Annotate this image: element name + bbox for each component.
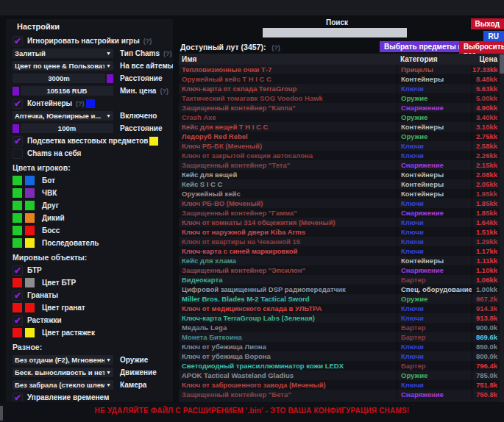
loot-row[interactable]: Crash AxeОружие3.40kk bbox=[179, 112, 500, 122]
color-swatch-primary[interactable] bbox=[13, 213, 22, 223]
loot-row[interactable]: Защищенный контейнер "Каппа"Снаряжение4.… bbox=[179, 103, 500, 112]
loot-item-price: 2.26kk bbox=[472, 151, 500, 160]
color-swatch[interactable] bbox=[107, 74, 113, 83]
loot-row[interactable]: Ледоруб Red RebelОружие2.75kk bbox=[179, 132, 500, 141]
dropdown[interactable]: Аптечка, Ювелирные и...▼ bbox=[13, 111, 113, 121]
dropdown[interactable]: Беск. выносливость и нет уста▼ bbox=[13, 368, 113, 377]
loot-item-price: 2.08kk bbox=[472, 170, 500, 179]
loot-item-price: 1.11kk bbox=[472, 256, 500, 265]
color-swatch-secondary[interactable] bbox=[25, 226, 35, 235]
checkbox[interactable]: ✔ bbox=[13, 315, 23, 326]
loot-row[interactable]: Ключ от убежища ЛионаКлючи850.0k bbox=[179, 342, 500, 351]
checkbox-label: Игнорировать настройки игры bbox=[27, 37, 140, 45]
color-swatch-primary[interactable] bbox=[13, 188, 22, 198]
color-row-label: Цвет растяжек bbox=[42, 329, 95, 337]
color-swatch-primary[interactable] bbox=[13, 226, 22, 235]
loot-item-category: Контейнеры bbox=[397, 256, 472, 265]
loot-item-name: Монета Биткоина bbox=[179, 333, 397, 341]
loot-row[interactable]: Защищенный контейнер "Тета"Снаряжение2.1… bbox=[179, 160, 500, 170]
checkbox[interactable]: ✔ bbox=[13, 265, 23, 276]
color-swatch-primary[interactable] bbox=[13, 278, 22, 287]
loot-row[interactable]: Кейс для вещей T H I C CКонтейнеры3.10kk bbox=[179, 122, 500, 132]
value-input[interactable]: 105156 RUB bbox=[21, 86, 113, 96]
window-titlebar bbox=[0, 0, 504, 15]
loot-row[interactable]: Ключ от комнаты 314 общежития (Меченый)К… bbox=[179, 218, 500, 227]
checkbox[interactable]: ✔ bbox=[13, 99, 23, 109]
checkbox-label: Управление временем bbox=[27, 393, 109, 401]
loot-row[interactable]: Медаль LegaБартер900.0k bbox=[179, 323, 500, 332]
loot-row[interactable]: Светодиодный трансиллюминатор кожи LEDXБ… bbox=[179, 361, 500, 371]
checkbox[interactable]: ✔ bbox=[13, 136, 23, 146]
loot-row[interactable]: Ключ-карта с синей маркировкойКлючи1.17k… bbox=[179, 246, 500, 256]
dropdown[interactable]: Без забрала (стекло шлема)▼ bbox=[13, 380, 113, 390]
loot-row[interactable]: Защищенный контейнер "Бета"Снаряжение750… bbox=[179, 390, 500, 399]
loot-row[interactable]: Тепловизионные очки Т-7Прицелы17.33kk bbox=[179, 65, 500, 74]
loot-row[interactable]: Кейс для вещейКонтейнеры2.08kk bbox=[179, 170, 500, 179]
color-swatch-secondary[interactable] bbox=[25, 278, 35, 287]
exit-button[interactable]: Выход bbox=[471, 18, 504, 29]
column-category: Категория bbox=[397, 54, 472, 65]
color-swatch-secondary[interactable] bbox=[25, 328, 35, 337]
color-swatch-secondary[interactable] bbox=[25, 176, 35, 185]
color-swatch-secondary[interactable] bbox=[25, 188, 35, 198]
color-swatch-primary[interactable] bbox=[13, 328, 22, 337]
color-swatch-secondary[interactable] bbox=[25, 213, 35, 223]
settings-row: Залитый▼Тип Chams(?) bbox=[7, 47, 168, 60]
loot-item-category: Ключи bbox=[397, 151, 472, 160]
loot-row[interactable]: Кейс S I C CКонтейнеры2.05kk bbox=[179, 179, 500, 189]
loot-row[interactable]: Ключ от убежища ВоронаКлючи800.0k bbox=[179, 351, 500, 361]
value-input[interactable]: 100m bbox=[21, 124, 113, 133]
loot-item-category: Бартер bbox=[397, 332, 472, 342]
color-swatch-secondary[interactable] bbox=[25, 238, 35, 248]
loot-row[interactable]: Тактический томагавк SOG Voodoo HawkОруж… bbox=[179, 93, 500, 103]
loot-item-name: Защищенный контейнер "Эпсилон" bbox=[179, 266, 397, 274]
loot-row[interactable]: APOK Tactical Wasteland GladiusОружие785… bbox=[179, 371, 500, 380]
color-swatch-primary[interactable] bbox=[13, 201, 22, 210]
color-swatch-primary[interactable] bbox=[13, 176, 22, 185]
table-scrollbar[interactable] bbox=[500, 54, 504, 402]
dropdown[interactable]: Без отдачи (F2), Мгновенное п▼ bbox=[13, 355, 113, 365]
loot-row[interactable]: Ключ РБ-ВО (Меченый)Ключи1.85kk bbox=[179, 199, 500, 208]
loot-row[interactable]: Оружейный кейс T H I C CКонтейнеры8.48kk bbox=[179, 74, 500, 84]
loot-row[interactable]: Ключ-карта TerraGroup Labs (Зеленая)Ключ… bbox=[179, 313, 500, 323]
color-swatch-secondary[interactable] bbox=[25, 201, 35, 210]
loot-row[interactable]: Miller Bros. Blades M-2 Tactical SwordОр… bbox=[179, 294, 500, 304]
checkbox[interactable]: ✔ bbox=[13, 393, 23, 403]
loot-row[interactable]: Оружейный кейсКонтейнеры1.95kk bbox=[179, 189, 500, 199]
loot-row[interactable]: Ключ от наружной двери Kiba ArmsКлючи1.5… bbox=[179, 227, 500, 237]
search-input[interactable] bbox=[263, 28, 407, 37]
color-swatch-primary[interactable] bbox=[13, 238, 22, 248]
loot-row[interactable]: Ключ-карта от склада TerraGroupКлючи5.63… bbox=[179, 84, 500, 93]
loot-row[interactable]: Ключ РБ-БК (Меченый)Ключи2.58kk bbox=[179, 141, 500, 151]
table-scrollbar-thumb[interactable] bbox=[500, 54, 504, 74]
loot-row[interactable]: Ключ от закрытой секции автосалонаКлючи2… bbox=[179, 151, 500, 160]
loot-row[interactable]: Защищенный контейнер "Эпсилон"Снаряжение… bbox=[179, 265, 500, 275]
dropdown[interactable]: Залитый▼ bbox=[13, 49, 113, 58]
settings-title: Настройки bbox=[17, 22, 173, 31]
loot-row[interactable]: Цифровой защищенный DSP радиопередатчикС… bbox=[179, 285, 500, 294]
color-swatch[interactable] bbox=[13, 124, 19, 133]
color-swatch[interactable] bbox=[13, 87, 19, 96]
dropdown[interactable]: Цвет по цене & Пользователь▼ bbox=[13, 61, 113, 71]
color-swatch[interactable] bbox=[86, 99, 95, 108]
loot-table: Имя Категория Цена Тепловизионные очки Т… bbox=[179, 54, 500, 402]
loot-item-category: Ключи bbox=[397, 237, 472, 246]
language-button[interactable]: RU bbox=[483, 31, 504, 42]
value-input[interactable]: 3000m bbox=[13, 74, 105, 83]
loot-row[interactable]: Кейс для хламаКонтейнеры1.11kk bbox=[179, 256, 500, 265]
loot-row[interactable]: ВидеокартаБартер1.06kk bbox=[179, 275, 500, 285]
loot-row[interactable]: Ключ от заброшенного завода (Меченый)Клю… bbox=[179, 380, 500, 390]
dropdown-value: Залитый bbox=[15, 49, 104, 57]
color-swatch-primary[interactable] bbox=[13, 303, 22, 312]
loot-row[interactable]: Ключ от квартиры на Чеканной 15Ключи1.29… bbox=[179, 237, 500, 246]
checkbox[interactable] bbox=[13, 149, 23, 159]
color-swatch[interactable] bbox=[149, 137, 158, 146]
checkbox[interactable]: ✔ bbox=[13, 290, 23, 301]
loot-row[interactable]: Ключ от медицинского склада в УЛЬТРАКлюч… bbox=[179, 304, 500, 313]
checkbox[interactable]: ✔ bbox=[13, 36, 23, 46]
settings-row: Без отдачи (F2), Мгновенное п▼Оружие bbox=[7, 354, 168, 366]
loot-row[interactable]: Монета БиткоинаБартер869.6k bbox=[179, 332, 500, 342]
left-edge-scroll-thumb[interactable] bbox=[0, 406, 3, 421]
loot-row[interactable]: Защищенный контейнер "Гамма"Снаряжение1.… bbox=[179, 208, 500, 218]
color-swatch-secondary[interactable] bbox=[25, 303, 35, 312]
